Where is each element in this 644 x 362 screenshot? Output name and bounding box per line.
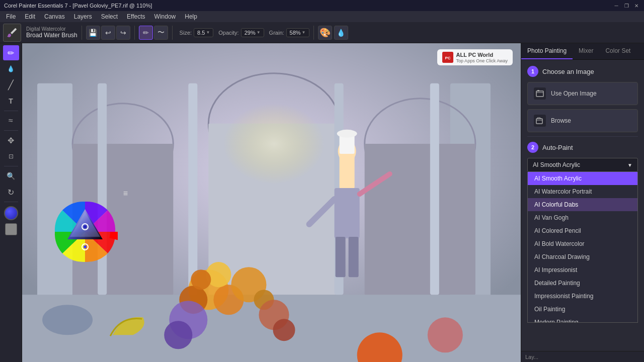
size-value[interactable]: 8.5 ▼	[194, 28, 213, 37]
restore-button[interactable]: ❐	[623, 2, 630, 9]
browse-button[interactable]: Browse	[527, 109, 638, 132]
tool-separator-3	[4, 166, 18, 166]
close-button[interactable]: ✕	[633, 2, 640, 9]
menu-layers[interactable]: Layers	[70, 12, 96, 21]
color-wheel-container: ≡	[52, 189, 128, 269]
tool-magnify[interactable]: 🔍	[3, 168, 19, 184]
eyedropper-btn[interactable]: 💧	[334, 26, 348, 40]
tool-transform[interactable]: ✥	[3, 133, 19, 148]
undo-button[interactable]: ↩	[101, 26, 115, 40]
tool-crop[interactable]: ⊡	[3, 149, 19, 164]
dropdown-item-oil-painting[interactable]: Oil Painting	[528, 303, 637, 316]
color-wheel[interactable]	[52, 199, 118, 264]
color-wheel-menu[interactable]: ≡	[123, 189, 128, 198]
svg-point-35	[428, 317, 463, 352]
tool-rotate[interactable]: ↻	[3, 185, 19, 200]
redo-button[interactable]: ↪	[116, 26, 130, 40]
menu-select[interactable]: Select	[97, 12, 122, 21]
section-divider-1	[527, 136, 638, 137]
svg-point-31	[164, 321, 192, 349]
tool-separator-2	[4, 130, 18, 131]
dropdown-item-smooth-acrylic[interactable]: AI Smooth Acrylic	[528, 172, 637, 185]
minimize-button[interactable]: ─	[613, 2, 620, 9]
watermark-text-block: ALL PC World Top Apps One Click Away	[456, 51, 508, 63]
opacity-arrow: ▼	[257, 30, 261, 35]
layers-stub-text: Lay...	[525, 354, 538, 360]
main-area: ✏ 💧 ╱ T ≈ ✥ ⊡ 🔍 ↻	[0, 43, 644, 362]
color-picker-btn[interactable]: 🎨	[318, 26, 332, 40]
tool-separator-1	[4, 111, 18, 111]
use-open-image-icon	[534, 87, 546, 100]
tool-line[interactable]: ╱	[3, 77, 19, 93]
right-panel: Photo Painting Mixer Color Set 1 Choose …	[521, 43, 644, 362]
menu-file[interactable]: File	[2, 12, 20, 21]
use-open-image-button[interactable]: Use Open Image	[527, 82, 638, 105]
step1-circle: 1	[527, 66, 538, 77]
brush-name: Broad Water Brush	[26, 32, 77, 39]
svg-point-17	[337, 130, 357, 138]
watermark: PC ALL PC World Top Apps One Click Away	[437, 49, 513, 65]
toolbar-separator-3	[172, 26, 173, 40]
brush-info: Digital Watercolor Broad Water Brush	[26, 26, 77, 39]
svg-rect-22	[349, 237, 359, 277]
grain-label: Grain:	[269, 30, 284, 36]
svg-rect-50	[536, 119, 542, 124]
tool-separator-4	[4, 202, 18, 202]
color-swatch-foreground[interactable]	[4, 206, 18, 220]
toolbar-separator-1	[82, 26, 82, 40]
tab-color-set[interactable]: Color Set	[599, 43, 636, 59]
auto-paint-dropdown-container: AI Smooth Acrylic ▼ AI Smooth Acrylic AI…	[527, 158, 638, 172]
grain-value[interactable]: 58% ▼	[286, 28, 309, 37]
step1-label: Choose an Image	[542, 68, 594, 75]
watermark-logo: PC	[442, 52, 453, 63]
size-label: Size:	[180, 30, 192, 36]
svg-text:PC: PC	[445, 56, 450, 60]
step2-label: Auto-Paint	[542, 144, 573, 151]
tab-photo-painting[interactable]: Photo Painting	[521, 43, 573, 59]
dropdown-item-colored-pencil[interactable]: AI Colored Pencil	[528, 224, 637, 237]
tool-blender[interactable]: ≈	[3, 113, 19, 128]
save-button[interactable]: 💾	[86, 26, 100, 40]
dropdown-item-modern-painting[interactable]: Modern Painting	[528, 316, 637, 323]
panel-tabs: Photo Painting Mixer Color Set	[521, 43, 644, 60]
dropdown-item-charcoal-drawing[interactable]: AI Charcoal Drawing	[528, 250, 637, 263]
brush-tool-btn[interactable]: ✏	[139, 26, 153, 40]
opacity-value[interactable]: 29% ▼	[241, 28, 264, 37]
step2-circle: 2	[527, 142, 538, 153]
dropdown-item-bold-watercolor[interactable]: AI Bold Watercolor	[528, 237, 637, 250]
svg-point-43	[84, 245, 87, 248]
dropdown-item-impressionist[interactable]: AI Impressionist	[528, 263, 637, 277]
svg-rect-18	[335, 188, 360, 238]
canvas-area[interactable]: ≡	[22, 43, 521, 362]
brush-preview[interactable]	[3, 24, 21, 42]
blender-tool-btn[interactable]: 〜	[154, 26, 168, 40]
step2-header: 2 Auto-Paint	[527, 142, 638, 153]
paper-swatch[interactable]	[5, 223, 17, 235]
left-tool-panel: ✏ 💧 ╱ T ≈ ✥ ⊡ 🔍 ↻	[0, 43, 22, 362]
tool-dropper[interactable]: 💧	[3, 61, 19, 76]
dropdown-item-van-gogh[interactable]: AI Van Gogh	[528, 211, 637, 224]
tool-brush[interactable]: ✏	[3, 45, 19, 60]
file-actions: 💾 ↩ ↪	[86, 26, 130, 40]
menu-effects[interactable]: Effects	[123, 12, 149, 21]
menu-window[interactable]: Window	[150, 12, 180, 21]
tool-text[interactable]: T	[3, 94, 19, 109]
dropdown-item-watercolor-portrait[interactable]: AI Watercolor Portrait	[528, 185, 637, 198]
browse-icon	[534, 115, 546, 127]
menu-canvas[interactable]: Canvas	[40, 12, 69, 21]
dropdown-item-impressionist-painting[interactable]: Impressionist Painting	[528, 290, 637, 303]
auto-paint-dropdown-selected[interactable]: AI Smooth Acrylic ▼	[527, 158, 638, 172]
panel-content: 1 Choose an Image Use Open Image	[521, 60, 644, 351]
svg-point-45	[84, 225, 87, 228]
layers-panel-stub: Lay...	[521, 351, 644, 362]
svg-point-37	[42, 305, 93, 335]
tab-mixer[interactable]: Mixer	[573, 43, 599, 59]
browse-label: Browse	[551, 117, 571, 124]
auto-paint-dropdown-menu: AI Smooth Acrylic AI Watercolor Portrait…	[527, 172, 638, 323]
dropdown-item-colorful-dabs[interactable]: AI Colorful Dabs	[528, 198, 637, 211]
menu-help[interactable]: Help	[181, 12, 201, 21]
grain-arrow: ▼	[302, 30, 306, 35]
dropdown-item-detailed-painting[interactable]: Detailed Painting	[528, 277, 637, 290]
menu-edit[interactable]: Edit	[21, 12, 39, 21]
window-controls: ─ ❐ ✕	[613, 2, 640, 9]
